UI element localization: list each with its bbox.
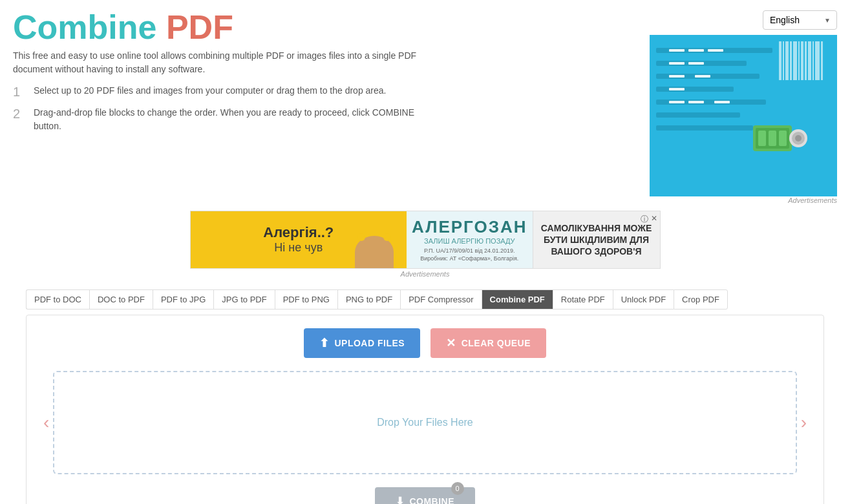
svg-point-26 (795, 135, 802, 142)
step-2: 2 Drag-and-drop file blocks to change th… (13, 106, 440, 133)
svg-rect-36 (813, 41, 814, 80)
svg-rect-23 (779, 131, 787, 146)
svg-rect-17 (688, 101, 704, 103)
step-2-text: Drag-and-drop file blocks to change the … (34, 106, 440, 133)
svg-rect-14 (695, 75, 710, 78)
tab-pdf-to-png[interactable]: PDF to PNG (275, 289, 337, 310)
language-selector-wrapper[interactable]: English Español Français Deutsch Italian… (763, 10, 837, 30)
svg-rect-6 (656, 112, 740, 118)
tab-doc-to-pdf[interactable]: DOC to PDF (89, 289, 153, 310)
combine-badge: 0 (451, 482, 464, 495)
step-1-text: Select up to 20 PDF files and images fro… (34, 84, 387, 98)
ad-info-icon[interactable]: ⓘ (641, 214, 648, 225)
ad-left-text2: Ні не чув (274, 241, 323, 255)
svg-rect-11 (669, 62, 685, 65)
svg-rect-28 (783, 41, 784, 80)
svg-rect-13 (669, 75, 685, 78)
svg-rect-12 (688, 62, 704, 65)
svg-rect-18 (714, 101, 730, 103)
upload-files-button[interactable]: ⬆ UPLOAD FILES (304, 328, 420, 358)
tab-jpg-to-pdf[interactable]: JPG to PDF (213, 289, 274, 310)
tab-pdf-compressor[interactable]: PDF Compressor (400, 289, 481, 310)
step-1: 1 Select up to 20 PDF files and images f… (13, 84, 440, 100)
svg-rect-15 (669, 88, 685, 90)
combine-btn-wrapper: 0 ⬇ COMBINE (33, 487, 817, 504)
tool-area: ⬆ UPLOAD FILES ✕ CLEAR QUEUE ‹ Drop Your… (26, 315, 824, 504)
svg-rect-29 (785, 41, 789, 80)
svg-rect-35 (808, 41, 811, 80)
ad-right-sub: ЗАЛИШ АЛЕРГІЮ ПОЗАДУ (424, 237, 515, 245)
svg-rect-4 (656, 87, 734, 92)
upload-icon: ⬆ (319, 336, 330, 350)
header-row: Combine PDF This free and easy to use on… (0, 0, 850, 204)
clear-queue-button[interactable]: ✕ CLEAR QUEUE (430, 328, 546, 358)
svg-rect-7 (656, 125, 753, 131)
carousel-prev-button[interactable]: ‹ (39, 406, 53, 439)
svg-rect-8 (669, 49, 685, 52)
btn-row: ⬆ UPLOAD FILES ✕ CLEAR QUEUE (33, 328, 817, 358)
description: This free and easy to use online tool al… (13, 49, 440, 76)
step-1-number: 1 (13, 85, 34, 100)
svg-rect-37 (815, 41, 820, 80)
tab-rotate-pdf[interactable]: Rotate PDF (553, 289, 613, 310)
header-content: Combine PDF This free and easy to use on… (13, 10, 637, 204)
nav-tabs: PDF to DOC DOC to PDF PDF to JPG JPG to … (13, 284, 837, 315)
svg-rect-21 (758, 131, 766, 146)
svg-rect-27 (779, 41, 781, 80)
ad-left-text1: Алергія..? (263, 225, 334, 240)
svg-rect-38 (821, 41, 823, 80)
svg-rect-33 (801, 41, 803, 80)
tab-pdf-to-jpg[interactable]: PDF to JPG (153, 289, 213, 310)
clear-icon: ✕ (446, 336, 456, 350)
main-content: Алергія..? Ні не чув АЛЕРГОЗАН ЗАЛИШ АЛЕ… (0, 211, 850, 504)
svg-rect-22 (769, 131, 776, 146)
tab-combine-pdf[interactable]: Combine PDF (482, 289, 553, 310)
ad-mid-container: Алергія..? Ні не чув АЛЕРГОЗАН ЗАЛИШ АЛЕ… (13, 211, 837, 278)
ad-cat-image (355, 236, 394, 268)
header-ad-section: English Español Français Deutsch Italian… (650, 10, 837, 204)
tab-crop-pdf[interactable]: Crop PDF (674, 289, 728, 310)
svg-rect-30 (790, 41, 792, 80)
ad-right-title: АЛЕРГОЗАН (412, 217, 527, 237)
combine-label: COMBINE (409, 496, 454, 505)
upload-label: UPLOAD FILES (334, 338, 405, 348)
language-select[interactable]: English Español Français Deutsch Italian… (763, 10, 837, 30)
ad-right-block-text: САМОЛІКУВАННЯ МОЖЕ БУТИ ШКІДЛИВИМ ДЛЯ ВА… (538, 222, 655, 258)
svg-rect-10 (708, 49, 723, 52)
page-wrapper: Combine PDF This free and easy to use on… (0, 0, 850, 504)
ad-close-icon[interactable]: ✕ (651, 214, 657, 223)
logo-pdf: PDF (166, 8, 233, 46)
ad-disclaimer: Р.П. UA/17/9/09/01 від 24.01.2019. Вироб… (412, 247, 527, 262)
drop-text: Drop Your Files Here (377, 417, 473, 428)
logo-combine: Combine (13, 8, 156, 46)
ad-mid-label: Advertisements (401, 270, 450, 278)
tab-pdf-to-doc[interactable]: PDF to DOC (26, 289, 89, 310)
step-2-number: 2 (13, 107, 34, 121)
tab-unlock-pdf[interactable]: Unlock PDF (613, 289, 674, 310)
svg-rect-9 (688, 49, 704, 52)
clear-label: CLEAR QUEUE (462, 338, 531, 348)
tab-png-to-pdf[interactable]: PNG to PDF (337, 289, 400, 310)
drop-area-wrapper: ‹ Drop Your Files Here › (39, 371, 811, 474)
combine-icon: ⬇ (396, 495, 405, 504)
steps: 1 Select up to 20 PDF files and images f… (13, 84, 440, 133)
ad-banner-top (650, 35, 837, 196)
ad-image-svg (650, 35, 837, 196)
drop-area[interactable]: Drop Your Files Here (53, 371, 796, 474)
svg-rect-31 (793, 41, 797, 80)
logo: Combine PDF (13, 10, 637, 44)
ad-top-label: Advertisements (650, 196, 837, 204)
svg-rect-34 (805, 41, 807, 80)
svg-rect-32 (798, 41, 800, 80)
ad-banner-mid: Алергія..? Ні не чув АЛЕРГОЗАН ЗАЛИШ АЛЕ… (190, 211, 661, 269)
carousel-next-button[interactable]: › (797, 406, 811, 439)
svg-rect-16 (669, 101, 685, 103)
